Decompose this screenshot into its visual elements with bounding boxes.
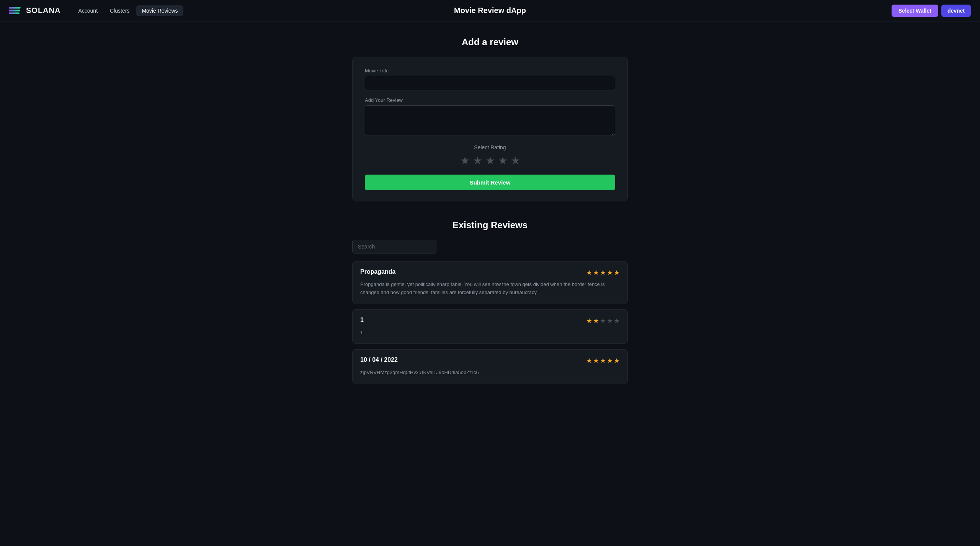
- nav-movie-reviews[interactable]: Movie Reviews: [136, 5, 183, 16]
- star-filled-icon: ★: [600, 268, 606, 277]
- star-empty-icon: ★: [614, 317, 620, 325]
- review-card-header: Propaganda★★★★★: [360, 268, 620, 277]
- svg-rect-0: [9, 7, 21, 9]
- review-body-text: zjpVRVHMzg3qmHq5tHvxiUKVeiLJ9oHD4ia5obZf…: [360, 369, 620, 377]
- brand-name: SOLANA: [26, 6, 60, 15]
- submit-review-button[interactable]: Submit Review: [365, 175, 615, 190]
- review-card: 10 / 04 / 2022★★★★★zjpVRVHMzg3qmHq5tHvxi…: [352, 349, 628, 384]
- add-review-title: Add a review: [352, 37, 628, 47]
- star-4[interactable]: ★: [498, 154, 508, 167]
- main-content: Add a review Movie Title Add Your Review…: [345, 21, 635, 412]
- review-label: Add Your Review: [365, 97, 615, 103]
- movie-title-group: Movie Title: [365, 68, 615, 90]
- review-body-text: Propganda is gentle, yet politically sha…: [360, 281, 620, 297]
- review-card-header: 10 / 04 / 2022★★★★★: [360, 356, 620, 365]
- solana-logo-icon: [9, 5, 23, 16]
- star-filled-icon: ★: [586, 317, 592, 325]
- rating-label: Select Rating: [365, 144, 615, 150]
- nav-clusters[interactable]: Clusters: [105, 5, 135, 16]
- review-movie-title: 1: [360, 317, 364, 324]
- review-group: Add Your Review: [365, 97, 615, 137]
- nav-links: Account Clusters Movie Reviews: [73, 5, 183, 16]
- star-filled-icon: ★: [614, 268, 620, 277]
- review-card: Propaganda★★★★★Propganda is gentle, yet …: [352, 261, 628, 304]
- review-form-card: Movie Title Add Your Review Select Ratin…: [352, 57, 628, 201]
- review-textarea[interactable]: [365, 105, 615, 136]
- search-input[interactable]: [352, 240, 436, 253]
- review-card: 1★★★★★1: [352, 309, 628, 344]
- nav-account[interactable]: Account: [73, 5, 103, 16]
- existing-reviews-title: Existing Reviews: [352, 220, 628, 230]
- navbar: SOLANA Account Clusters Movie Reviews Mo…: [0, 0, 980, 21]
- svg-rect-1: [9, 10, 20, 11]
- rating-section: Select Rating ★ ★ ★ ★ ★: [365, 144, 615, 167]
- star-2[interactable]: ★: [473, 154, 482, 167]
- navbar-right: Select Wallet devnet: [892, 5, 971, 17]
- reviews-list: Propaganda★★★★★Propganda is gentle, yet …: [352, 261, 628, 384]
- star-empty-icon: ★: [600, 317, 606, 325]
- star-empty-icon: ★: [607, 317, 613, 325]
- star-filled-icon: ★: [593, 268, 599, 277]
- star-filled-icon: ★: [586, 356, 592, 365]
- review-body-text: 1: [360, 329, 620, 337]
- review-movie-title: Propaganda: [360, 268, 395, 275]
- star-5[interactable]: ★: [511, 154, 520, 167]
- movie-title-input[interactable]: [365, 76, 615, 90]
- star-filled-icon: ★: [593, 317, 599, 325]
- star-filled-icon: ★: [607, 356, 613, 365]
- select-wallet-button[interactable]: Select Wallet: [892, 5, 938, 17]
- star-3[interactable]: ★: [485, 154, 495, 167]
- review-card-header: 1★★★★★: [360, 317, 620, 325]
- star-rating: ★ ★ ★ ★ ★: [365, 154, 615, 167]
- review-star-rating: ★★★★★: [586, 268, 620, 277]
- devnet-button[interactable]: devnet: [941, 5, 971, 17]
- star-filled-icon: ★: [586, 268, 592, 277]
- movie-title-label: Movie Title: [365, 68, 615, 74]
- star-filled-icon: ★: [614, 356, 620, 365]
- brand-logo: SOLANA: [9, 5, 60, 16]
- svg-rect-2: [9, 12, 20, 14]
- star-1[interactable]: ★: [460, 154, 470, 167]
- review-movie-title: 10 / 04 / 2022: [360, 356, 398, 363]
- star-filled-icon: ★: [607, 268, 613, 277]
- star-filled-icon: ★: [600, 356, 606, 365]
- review-star-rating: ★★★★★: [586, 317, 620, 325]
- star-filled-icon: ★: [593, 356, 599, 365]
- navbar-title: Movie Review dApp: [454, 6, 526, 15]
- review-star-rating: ★★★★★: [586, 356, 620, 365]
